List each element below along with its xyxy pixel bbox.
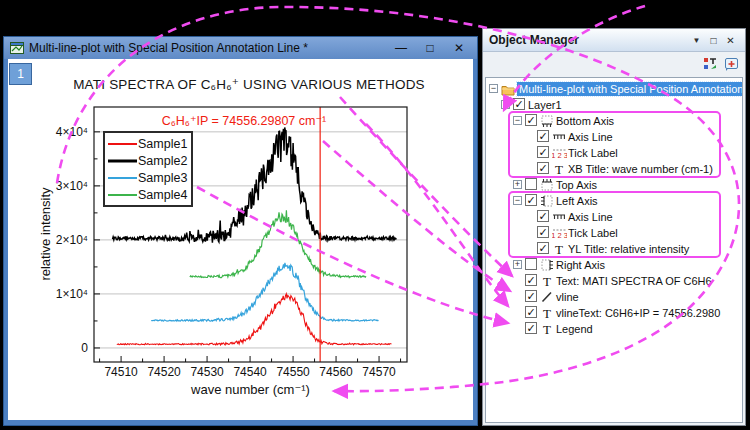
tree-item-label[interactable]: XB Title: wave number (cm-1): [568, 162, 713, 176]
visibility-checkbox[interactable]: [525, 258, 537, 270]
spectrum-curve-sample3[interactable]: [151, 263, 378, 321]
svg-text:T: T: [543, 306, 551, 320]
y-tick-label: 0: [36, 341, 88, 355]
x-axis-title[interactable]: wave number (cm⁻¹): [94, 382, 407, 397]
tree-item-vlinetext-c6h6-ip-74556-2980[interactable]: ✓TvlineText: C6H6+IP = 74556.2980: [486, 305, 742, 321]
chart-legend[interactable]: Sample1Sample2Sample3Sample4: [103, 131, 193, 207]
object-properties-icon[interactable]: [701, 56, 718, 72]
text-icon: T: [540, 306, 554, 320]
new-annotation-icon[interactable]: [723, 56, 740, 72]
legend-line-sample: [108, 192, 137, 198]
x-tick-label: 74540: [233, 365, 266, 379]
legend-entry: Sample3: [105, 169, 191, 186]
tree-item-bottom-axis[interactable]: −✓Bottom Axis: [486, 113, 742, 129]
tick-label-icon: 1 2 3: [552, 226, 566, 240]
plot-window: Multi-line-plot with Special Position An…: [3, 36, 478, 426]
tree-item-text-mati-spectra-of-c6h6[interactable]: ✓TText: MATI SPECTRA OF C6H6: [486, 273, 742, 289]
tree-item-left-axis[interactable]: −✓Left Axis: [486, 193, 742, 209]
window-title: Multi-line-plot with Special Position An…: [29, 41, 384, 55]
expand-icon[interactable]: +: [513, 180, 522, 189]
svg-text:T: T: [555, 162, 563, 176]
visibility-checkbox[interactable]: ✓: [537, 242, 549, 254]
object-tree: −Multi-line-plot with Special Position A…: [485, 77, 743, 423]
object-manager-toolbar: [483, 52, 745, 75]
axis-line-icon: [552, 210, 566, 224]
visibility-checkbox[interactable]: ✓: [537, 162, 549, 174]
visibility-checkbox[interactable]: ✓: [513, 98, 525, 110]
tree-item-yl-title-relative-intensity[interactable]: ✓TYL Title: relative intensity: [486, 241, 742, 257]
tree-item-label[interactable]: Top Axis: [556, 178, 597, 192]
x-tick-label: 74530: [190, 365, 223, 379]
tree-item-label[interactable]: YL Title: relative intensity: [568, 242, 689, 256]
tree-item-label[interactable]: Right Axis: [556, 258, 605, 272]
visibility-checkbox[interactable]: [525, 178, 537, 190]
tree-item-multi-line-plot-with-special-position-an[interactable]: −Multi-line-plot with Special Position A…: [486, 81, 742, 97]
tree-item-label[interactable]: Multi-line-plot with Special Position An…: [517, 82, 742, 96]
maximize-button[interactable]: □: [418, 41, 442, 55]
tree-item-label[interactable]: Left Axis: [556, 194, 598, 208]
panel-float-icon[interactable]: □: [705, 35, 722, 46]
tree-item-label[interactable]: Bottom Axis: [556, 114, 614, 128]
visibility-checkbox[interactable]: ✓: [525, 194, 537, 206]
collapse-icon[interactable]: −: [501, 100, 510, 109]
legend-entry: Sample4: [105, 186, 191, 203]
tree-item-layer1[interactable]: −✓Layer1: [486, 97, 742, 113]
vline-annotation-text[interactable]: C₆H₆⁺IP = 74556.29807 cm⁻¹: [94, 113, 394, 128]
axis-left-icon: [540, 194, 554, 208]
x-tick-label: 74510: [104, 365, 137, 379]
tree-item-legend[interactable]: ✓TLegend: [486, 321, 742, 337]
expand-icon[interactable]: +: [513, 260, 522, 269]
tree-item-label[interactable]: Text: MATI SPECTRA OF C6H6: [556, 274, 712, 288]
tree-item-label[interactable]: Axis Line: [568, 210, 613, 224]
tree-item-label[interactable]: Tick Label: [568, 226, 618, 240]
visibility-checkbox[interactable]: ✓: [525, 114, 537, 126]
tree-item-label[interactable]: vline: [556, 290, 579, 304]
spectrum-curve-sample4[interactable]: [190, 210, 366, 277]
collapse-icon[interactable]: −: [513, 116, 522, 125]
tree-item-axis-line[interactable]: ✓Axis Line: [486, 209, 742, 225]
visibility-checkbox[interactable]: ✓: [525, 306, 537, 318]
close-button[interactable]: ✕: [447, 41, 471, 55]
x-tick-label: 74570: [362, 365, 395, 379]
y-tick-label: 2×10⁴: [36, 233, 88, 247]
visibility-checkbox[interactable]: ✓: [525, 322, 537, 334]
tree-item-xb-title-wave-number-cm-1[interactable]: ✓TXB Title: wave number (cm-1): [486, 161, 742, 177]
tree-item-label[interactable]: Legend: [556, 322, 593, 336]
visibility-checkbox[interactable]: ✓: [537, 210, 549, 222]
legend-line-sample: [108, 175, 137, 181]
axis-right-icon: [540, 258, 554, 272]
tree-item-tick-label[interactable]: ✓1 2 3Tick Label: [486, 225, 742, 241]
y-tick-label: 4×10⁴: [36, 125, 88, 139]
visibility-checkbox[interactable]: ✓: [525, 274, 537, 286]
collapse-icon[interactable]: −: [489, 84, 498, 93]
tree-item-label[interactable]: vlineText: C6H6+IP = 74556.2980: [556, 306, 720, 320]
collapse-icon[interactable]: −: [513, 196, 522, 205]
object-manager-titlebar[interactable]: Object Manager ▼ □ ✕: [483, 29, 745, 52]
visibility-checkbox[interactable]: ✓: [525, 290, 537, 302]
desktop: { "colors":{ "magenta":"#F04CF0","window…: [0, 0, 750, 430]
panel-close-icon[interactable]: ✕: [722, 35, 739, 46]
svg-text:1 2 3: 1 2 3: [552, 151, 567, 160]
visibility-checkbox[interactable]: ✓: [537, 130, 549, 142]
tree-item-tick-label[interactable]: ✓1 2 3Tick Label: [486, 145, 742, 161]
visibility-checkbox[interactable]: ✓: [537, 226, 549, 238]
tree-item-right-axis[interactable]: +Right Axis: [486, 257, 742, 273]
visibility-checkbox[interactable]: ✓: [537, 146, 549, 158]
tree-item-label[interactable]: Layer1: [528, 98, 562, 112]
tree-item-axis-line[interactable]: ✓Axis Line: [486, 129, 742, 145]
axis-bottom-icon: [540, 114, 554, 128]
plot-page: 1 MATI SPECTRA OF C₆H₆⁺ USING VARIOUS ME…: [8, 59, 473, 420]
tree-item-label[interactable]: Axis Line: [568, 130, 613, 144]
line-icon: [540, 290, 554, 304]
panel-menu-icon[interactable]: ▼: [688, 36, 705, 45]
minimize-button[interactable]: —: [389, 41, 413, 55]
graph-window-icon: [10, 42, 24, 54]
y-tick-label: 1×10⁴: [36, 287, 88, 301]
tree-item-top-axis[interactable]: +Top Axis: [486, 177, 742, 193]
legend-label: Sample2: [138, 154, 187, 168]
plot-window-titlebar[interactable]: Multi-line-plot with Special Position An…: [4, 37, 477, 59]
tree-item-label[interactable]: Tick Label: [568, 146, 618, 160]
tree-item-vline[interactable]: ✓vline: [486, 289, 742, 305]
text-icon: T: [540, 274, 554, 288]
chart-title-text[interactable]: MATI SPECTRA OF C₆H₆⁺ USING VARIOUS METH…: [64, 76, 434, 92]
